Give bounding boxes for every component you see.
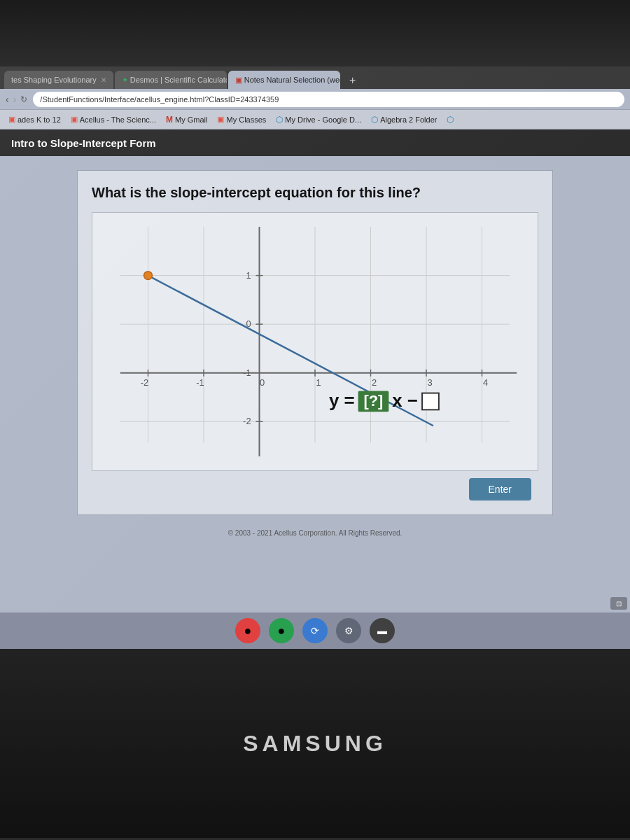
enter-button[interactable]: Enter	[469, 478, 531, 500]
svg-text:2: 2	[372, 377, 377, 388]
drive-icon: ⬡	[276, 115, 283, 125]
screen-area: tes Shaping Evolutionary ✕ ✦ Desmos | Sc…	[0, 66, 630, 612]
graph-area: -2 -1 0 1 2 3 4 1 0 -2 -1	[92, 212, 538, 471]
graph-container: What is the slope-intercept equation for…	[77, 170, 553, 515]
settings-icon: ⚙	[344, 625, 354, 636]
reload-button[interactable]: ↻	[20, 94, 27, 104]
bookmark-icon: ▣	[217, 115, 224, 124]
svg-text:3: 3	[427, 377, 432, 388]
forward-button[interactable]: ›	[13, 94, 17, 105]
bookmark-icon: ▣	[71, 115, 78, 124]
taskbar-icon-symbol: ●	[244, 624, 252, 638]
main-content: What is the slope-intercept equation for…	[0, 156, 630, 593]
bookmark-label: Acellus - The Scienc...	[80, 115, 156, 124]
bookmark-gmail[interactable]: M My Gmail	[163, 113, 210, 126]
svg-text:-2: -2	[141, 377, 148, 388]
tab-label: Desmos | Scientific Calculator	[130, 76, 227, 84]
svg-text:1: 1	[316, 377, 321, 388]
svg-text:4: 4	[483, 377, 488, 388]
bookmark-ades[interactable]: ▣ ades K to 12	[6, 113, 64, 125]
bookmark-label: My Drive - Google D...	[285, 115, 361, 124]
taskbar-icon-1[interactable]: ●	[235, 618, 260, 643]
svg-point-35	[144, 272, 153, 280]
bookmark-label: My Gmail	[175, 115, 207, 124]
address-bar-row: ‹ › ↻ /StudentFunctions/Interface/acellu…	[0, 89, 630, 110]
tab-desmos[interactable]: ✦ Desmos | Scientific Calculator ✕	[115, 71, 227, 89]
samsung-logo: SAMSUNG	[243, 731, 387, 757]
graph-svg: -2 -1 0 1 2 3 4 1 0 -2 -1	[92, 213, 538, 470]
taskbar-icon-symbol: ▬	[377, 625, 387, 636]
bookmark-icon: ⬡	[447, 115, 454, 125]
taskbar-icon-2[interactable]: ●	[269, 618, 294, 643]
bookmark-label: My Classes	[226, 115, 266, 124]
svg-text:-1: -1	[196, 377, 204, 388]
back-button[interactable]: ‹	[6, 94, 9, 105]
bookmark-label: Algebra 2 Folder	[380, 115, 437, 124]
tab-label: Notes Natural Selection (week o	[244, 76, 340, 84]
svg-text:1: 1	[246, 270, 251, 281]
desmos-icon: ✦	[122, 76, 128, 85]
enter-button-row: Enter	[92, 478, 538, 500]
taskbar-icon-symbol: ●	[278, 624, 286, 638]
bookmark-acellus[interactable]: ▣ Acellus - The Scienc...	[68, 113, 159, 125]
bookmark-algebra[interactable]: ⬡ Algebra 2 Folder	[368, 113, 440, 126]
tab-bar: tes Shaping Evolutionary ✕ ✦ Desmos | Sc…	[0, 66, 630, 89]
bookmarks-bar: ▣ ades K to 12 ▣ Acellus - The Scienc...…	[0, 110, 630, 130]
bookmark-icon: ⬡	[371, 115, 378, 125]
taskbar-icon-5[interactable]: ▬	[370, 618, 395, 643]
page-header: Intro to Slope-Intercept Form	[0, 130, 630, 156]
taskbar-icon-4[interactable]: ⚙	[336, 618, 361, 643]
page-footer: © 2003 - 2021 Acellus Corporation. All R…	[217, 524, 414, 542]
corner-widget: ⊡	[610, 597, 627, 610]
taskbar-icon-3[interactable]: ⟳	[302, 618, 328, 643]
address-bar[interactable]: /StudentFunctions/Interface/acellus_engi…	[33, 92, 624, 107]
notes-icon: ▣	[235, 76, 242, 85]
svg-text:0: 0	[260, 377, 265, 388]
laptop-bottom-bezel: SAMSUNG	[0, 649, 630, 838]
graph-question: What is the slope-intercept equation for…	[92, 185, 538, 201]
page-title: Intro to Slope-Intercept Form	[11, 137, 156, 149]
gmail-icon: M	[166, 115, 173, 125]
tab-shaping-evolutionary[interactable]: tes Shaping Evolutionary ✕	[4, 71, 113, 89]
svg-text:-1: -1	[243, 368, 251, 378]
page-content: Intro to Slope-Intercept Form What is th…	[0, 130, 630, 593]
bookmark-mydrive[interactable]: ⬡ My Drive - Google D...	[273, 113, 364, 126]
new-tab-button[interactable]: +	[344, 72, 361, 89]
address-text: /StudentFunctions/Interface/acellus_engi…	[40, 95, 279, 104]
bookmark-more[interactable]: ⬡	[444, 113, 456, 126]
tab-close-icon[interactable]: ✕	[101, 76, 106, 84]
taskbar-icon-symbol: ⟳	[311, 625, 319, 636]
laptop-top-bezel	[0, 0, 630, 66]
svg-text:-2: -2	[243, 416, 251, 426]
bookmark-label: ades K to 12	[18, 115, 61, 124]
bookmark-icon: ▣	[8, 115, 15, 124]
bookmark-myclasses[interactable]: ▣ My Classes	[214, 113, 269, 125]
tab-label: tes Shaping Evolutionary	[11, 76, 97, 84]
footer-text: © 2003 - 2021 Acellus Corporation. All R…	[228, 529, 402, 537]
taskbar: ● ● ⟳ ⚙ ▬	[0, 612, 630, 649]
tab-notes-natural-selection[interactable]: ▣ Notes Natural Selection (week o ✕	[228, 71, 340, 89]
